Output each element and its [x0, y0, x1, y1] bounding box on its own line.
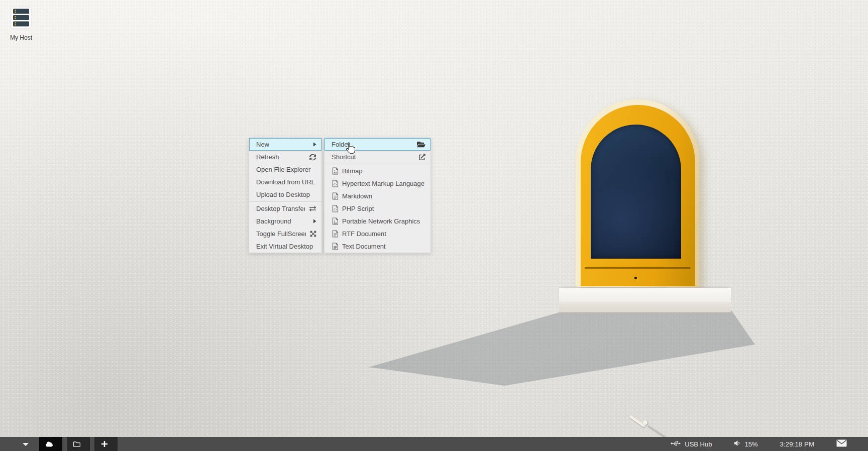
menu-item-portable-network-graphics[interactable]: Portable Network Graphics: [324, 215, 430, 228]
plus-icon: [101, 440, 108, 447]
taskbar-file-explorer[interactable]: [67, 437, 90, 451]
mail-icon[interactable]: [836, 439, 847, 448]
context-menu: New Refresh Open File Explorer Download …: [249, 138, 322, 253]
menu-item-label: Desktop Transfer: [256, 205, 305, 212]
menu-item-shortcut[interactable]: Shortcut: [324, 151, 430, 163]
menu-item-open-file-explorer[interactable]: Open File Explorer: [249, 163, 321, 176]
server-icon: [7, 7, 36, 31]
menu-item-rtf-document[interactable]: RTF Document: [324, 228, 430, 240]
menu-item-php-script[interactable]: PHP Script: [324, 202, 430, 215]
menu-item-upload-to-desktop[interactable]: Upload to Desktop: [249, 188, 321, 201]
window-ledge-front: [559, 302, 731, 313]
volume-percent: 15%: [744, 440, 757, 448]
taskbar: USB Hub 15% 3:29:18 PM: [0, 437, 868, 451]
expand-icon: [310, 231, 316, 237]
usb-label: USB Hub: [685, 440, 712, 448]
menu-item-new[interactable]: New: [249, 138, 321, 151]
menu-item-label: PHP Script: [342, 205, 425, 212]
taskbar-cloud-app[interactable]: [39, 437, 62, 451]
taskbar-app-tiles: [39, 437, 118, 451]
menu-item-label: Background: [256, 217, 309, 225]
file-code-icon: [332, 180, 339, 187]
menu-item-label: Open File Explorer: [256, 166, 316, 173]
menu-item-label: Text Document: [342, 243, 425, 250]
menu-item-exit-virtual-desktop[interactable]: Exit Virtual Desktop: [249, 240, 321, 253]
window-ledge-top: [559, 288, 731, 302]
external-link-icon: [419, 154, 425, 160]
menu-item-text-document[interactable]: Text Document: [324, 240, 430, 253]
folder-icon: [73, 440, 80, 448]
menu-item-label: Refresh: [256, 153, 305, 161]
refresh-icon: [309, 154, 316, 161]
submenu-arrow-icon: [313, 142, 316, 147]
menu-item-folder[interactable]: Folder: [324, 138, 430, 151]
menu-item-markdown[interactable]: Markdown: [324, 190, 430, 202]
submenu-arrow-icon: [313, 219, 316, 223]
menu-item-label: Bitmap: [342, 167, 425, 175]
menu-separator: [249, 201, 321, 202]
menu-item-refresh[interactable]: Refresh: [249, 151, 321, 163]
folder-open-icon: [417, 141, 425, 148]
menu-item-label: Exit Virtual Desktop: [256, 243, 316, 250]
taskbar-status: USB Hub 15% 3:29:18 PM: [671, 439, 868, 448]
menu-item-hypertext-markup-language[interactable]: Hypertext Markup Language: [324, 177, 430, 190]
menu-item-bitmap[interactable]: Bitmap: [324, 165, 430, 177]
volume-status[interactable]: 15%: [734, 440, 757, 448]
wall-rod-knob: [643, 420, 647, 425]
menu-item-label: New: [256, 141, 309, 148]
menu-item-label: Markdown: [342, 192, 425, 200]
clock[interactable]: 3:29:18 PM: [780, 440, 815, 448]
transfer-icon: [309, 205, 316, 212]
menu-item-label: Upload to Desktop: [256, 191, 316, 198]
new-submenu: Folder Shortcut Bitmap Hypertext Markup …: [324, 138, 431, 253]
cloud-icon: [46, 439, 53, 449]
menu-item-label: Download from URL: [256, 178, 316, 186]
menu-item-label: Toggle FullScreen: [256, 230, 306, 238]
file-image-icon: [332, 217, 339, 225]
taskbar-add-app[interactable]: [94, 437, 118, 451]
file-text-icon: [332, 243, 339, 250]
window-glass: [591, 125, 681, 259]
menu-item-toggle-fullscreen[interactable]: Toggle FullScreen: [249, 228, 321, 240]
menu-item-download-from-url[interactable]: Download from URL: [249, 176, 321, 188]
file-code-icon: [332, 205, 339, 212]
file-image-icon: [332, 167, 339, 175]
file-text-icon: [332, 192, 339, 200]
usb-icon: [671, 440, 681, 448]
taskbar-caret-button[interactable]: [18, 437, 33, 451]
menu-separator: [324, 164, 430, 164]
taskbar-left: [0, 437, 118, 451]
menu-item-label: RTF Document: [342, 230, 425, 238]
cursor-pointer-icon: [344, 142, 355, 157]
menu-item-desktop-transfer[interactable]: Desktop Transfer: [249, 202, 321, 215]
speaker-icon: [734, 440, 741, 448]
menu-item-label: Hypertext Markup Language: [342, 180, 425, 187]
desktop-icon-my-host[interactable]: My Host: [7, 7, 36, 41]
file-text-icon: [332, 230, 339, 238]
menu-item-background[interactable]: Background: [249, 215, 321, 228]
window-sill-groove: [585, 267, 690, 269]
usb-status[interactable]: USB Hub: [671, 440, 712, 448]
desktop-icon-label: My Host: [7, 34, 36, 41]
caret-down-icon: [22, 439, 29, 448]
menu-item-label: Portable Network Graphics: [342, 217, 425, 225]
window-sill-dot: [634, 277, 637, 279]
